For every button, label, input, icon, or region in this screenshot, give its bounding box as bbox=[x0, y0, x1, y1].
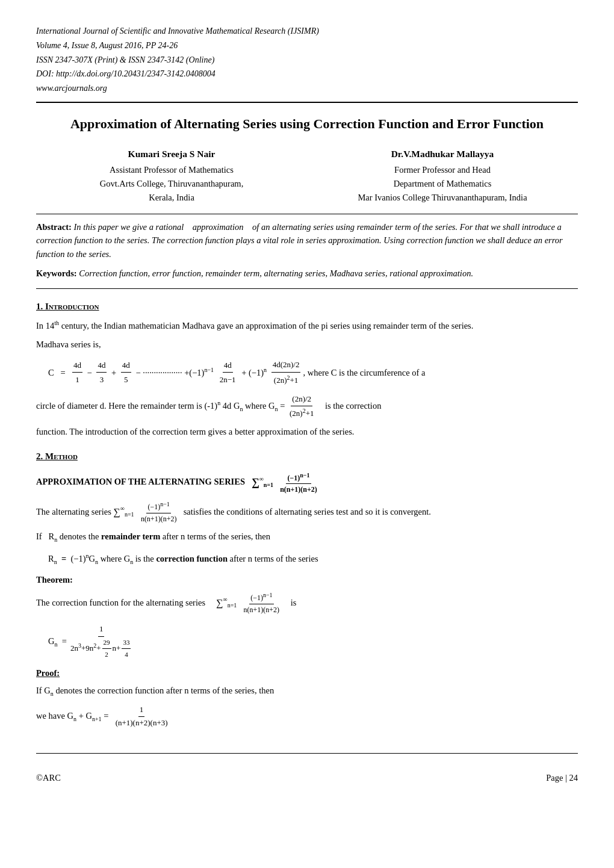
header-line1: International Journal of Scientific and … bbox=[36, 24, 578, 39]
author1-line2: Govt.Arts College, Thiruvananthapuram, bbox=[36, 177, 307, 191]
intro-para1: In 14th century, the Indian mathematicia… bbox=[36, 318, 578, 333]
author2-name: Dr.V.Madhukar Mallayya bbox=[307, 147, 578, 161]
author2-line1: Former Professor and Head bbox=[307, 163, 578, 177]
rn-formula: Rn = (−1)nGn where Gn is the correction … bbox=[48, 551, 578, 568]
footer-right: Page | 24 bbox=[546, 772, 578, 785]
keywords-label: Keywords: bbox=[36, 268, 77, 278]
approx-series-formula: ∑∞n=1 (−1)n−1 n(n+1)(n+2) bbox=[252, 477, 320, 486]
theorem-series-formula: ∑∞n=1 (−1)n−1 n(n+1)(n+2) bbox=[216, 597, 284, 607]
author2-line2: Department of Mathematics bbox=[307, 177, 578, 191]
approx-heading-text: APPROXIMATION OF THE ALTERNATING SERIES bbox=[36, 477, 249, 486]
intro-heading: 1. Introduction bbox=[36, 300, 578, 314]
paper-title: Approximation of Alternating Series usin… bbox=[36, 115, 578, 134]
intro-correction-text: function. The introduction of the correc… bbox=[36, 425, 578, 439]
author1-info: Assistant Professor of Mathematics Govt.… bbox=[36, 163, 307, 205]
frac-4d-3: 4d 3 bbox=[96, 358, 107, 387]
header-line5: www.arcjournals.org bbox=[36, 81, 578, 96]
keywords-block: Keywords: Correction function, error fun… bbox=[36, 267, 578, 280]
author2-info: Former Professor and Head Department of … bbox=[307, 163, 578, 205]
gn-frac: 1 2n3+9n2+292n+334 bbox=[69, 622, 134, 661]
author1-line3: Kerala, India bbox=[36, 191, 307, 205]
method-heading: 2. Method bbox=[36, 450, 578, 463]
footer-divider bbox=[36, 753, 578, 754]
header-divider bbox=[36, 102, 578, 103]
proof-label: Proof: bbox=[36, 667, 578, 680]
correction-function-bold: correction function bbox=[156, 554, 228, 563]
madhava-label: Madhava series is, bbox=[36, 338, 578, 352]
author1-line1: Assistant Professor of Mathematics bbox=[36, 163, 307, 177]
theorem-text: The correction function for the alternat… bbox=[36, 591, 578, 616]
header-line4: DOI: http://dx.doi.org/10.20431/2347-314… bbox=[36, 67, 578, 81]
frac-gn: (2n)/2 (2n)2+1 bbox=[288, 393, 315, 420]
abstract-label: Abstract: bbox=[36, 222, 72, 232]
remainder-term-bold: remainder term bbox=[101, 532, 160, 541]
series-inline: ∑∞n=1 (−1)n−1 n(n+1)(n+2) bbox=[113, 506, 181, 516]
authors-section: Kumari Sreeja S Nair Assistant Professor… bbox=[36, 147, 578, 205]
proof-frac: 1 (n+1)(n+2)(n+3) bbox=[114, 704, 169, 730]
footer-left: ©ARC bbox=[36, 772, 61, 785]
theorem-label: Theorem: bbox=[36, 574, 578, 587]
keywords-text: Correction function, error function, rem… bbox=[77, 268, 473, 278]
author1-name: Kumari Sreeja S Nair bbox=[36, 147, 307, 161]
frac-4d-5: 4d 5 bbox=[121, 358, 131, 387]
keywords-divider bbox=[36, 288, 578, 289]
method-para1: The alternating series ∑∞n=1 (−1)n−1 n(n… bbox=[36, 500, 578, 525]
author1-block: Kumari Sreeja S Nair Assistant Professor… bbox=[36, 147, 307, 205]
intro-circle-text: circle of diameter d. Here the remainder… bbox=[36, 393, 578, 420]
author2-block: Dr.V.Madhukar Mallayya Former Professor … bbox=[307, 147, 578, 205]
madhava-formula: C = 4d 1 − 4d 3 + 4d 5 − ···············… bbox=[48, 358, 578, 387]
proof-text2: we have Gn + Gn+1 = 1 (n+1)(n+2)(n+3) bbox=[36, 704, 578, 730]
frac-4d-2n1: 4d 2n−1 bbox=[219, 358, 237, 387]
proof-text1: If Gn denotes the correction function af… bbox=[36, 684, 578, 699]
approx-heading: APPROXIMATION OF THE ALTERNATING SERIES … bbox=[36, 471, 578, 495]
header-line3: ISSN 2347-307X (Print) & ISSN 2347-3142 … bbox=[36, 53, 578, 67]
author2-line3: Mar Ivanios College Thiruvananthapuram, … bbox=[307, 191, 578, 205]
superscript-th: th bbox=[54, 320, 59, 326]
frac-4d-1: 4d 1 bbox=[72, 358, 82, 387]
gn-formula: Gn = 1 2n3+9n2+292n+334 bbox=[48, 622, 578, 661]
footer: ©ARC Page | 24 bbox=[36, 772, 578, 785]
madhava-formula-line: C = 4d 1 − 4d 3 + 4d 5 − ···············… bbox=[48, 358, 578, 387]
authors-divider bbox=[36, 214, 578, 214]
header-line2: Volume 4, Issue 8, August 2016, PP 24-26 bbox=[36, 39, 578, 53]
frac-4d2n2: 4d(2n)/2 (2n)2+1 bbox=[271, 358, 301, 387]
abstract-text: In this paper we give a rational approxi… bbox=[36, 222, 563, 259]
journal-header: International Journal of Scientific and … bbox=[36, 24, 578, 96]
method-rn-text: If Rn denotes the remainder term after n… bbox=[36, 530, 578, 545]
abstract-block: Abstract: In this paper we give a ration… bbox=[36, 220, 578, 261]
